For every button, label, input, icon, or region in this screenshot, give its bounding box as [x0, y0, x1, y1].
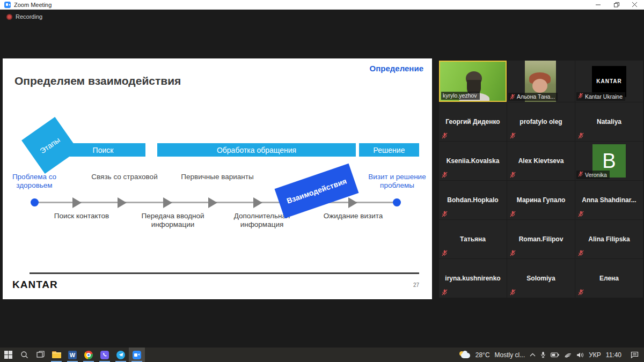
stage-bar-search: Поиск	[61, 143, 145, 157]
participant-tile[interactable]: Марина Гупало	[507, 181, 575, 219]
word-icon: W	[68, 351, 77, 359]
start-button[interactable]	[0, 348, 16, 362]
participant-tile[interactable]: Alina Filipska	[575, 220, 643, 258]
timeline-arrow-icon	[253, 197, 262, 208]
language-indicator[interactable]: УКР	[589, 351, 601, 359]
muted-mic-icon	[510, 211, 516, 217]
clock[interactable]: 11:40	[606, 351, 621, 359]
weather-condition[interactable]: Mostly cl...	[495, 351, 525, 359]
muted-mic-icon	[510, 250, 516, 256]
timeline-arrow-icon	[72, 197, 82, 208]
participant-tile[interactable]: B Veronika	[575, 142, 643, 180]
muted-mic-icon	[578, 93, 583, 100]
restore-button[interactable]	[608, 0, 626, 9]
telegram-icon	[116, 351, 125, 359]
recording-indicator: Recording	[6, 13, 42, 20]
window-titlebar: Zoom Meeting	[0, 0, 644, 10]
participant-tile[interactable]: Solomiya	[507, 259, 575, 298]
volume-tray-button[interactable]	[576, 352, 584, 358]
milestone-label: Проблема со здоровьем	[0, 173, 70, 190]
participant-name: profatylo oleg	[517, 118, 564, 125]
participant-tile[interactable]: Anna Shahdinar...	[575, 181, 643, 219]
microphone-icon	[540, 351, 546, 358]
window-title: Zoom Meeting	[14, 2, 52, 8]
task-view-button[interactable]	[32, 348, 48, 362]
minimize-button[interactable]	[589, 0, 608, 9]
muted-mic-icon	[442, 211, 448, 217]
kantar-logo: KANTAR	[12, 279, 58, 291]
muted-mic-icon	[578, 211, 584, 217]
participant-tile[interactable]: Альона Тана...	[507, 61, 575, 102]
participant-tile[interactable]: Kseniia.Kovalska	[439, 142, 507, 180]
tray-overflow-button[interactable]	[530, 353, 536, 357]
timeline-end-dot	[393, 198, 401, 206]
participant-name: Anna Shahdinar...	[580, 196, 638, 204]
chrome-button[interactable]	[80, 348, 97, 362]
weather-temperature[interactable]: 28°C	[475, 351, 490, 359]
minimize-icon	[596, 2, 601, 8]
search-icon	[20, 351, 28, 359]
action-center-button[interactable]	[631, 351, 639, 358]
zoom-taskbar-button[interactable]	[129, 348, 145, 362]
slide-footer-rule	[30, 272, 419, 274]
battery-tray-button[interactable]	[551, 352, 559, 358]
participant-tile[interactable]: iryna.kushnirenko	[439, 259, 507, 298]
interaction-rotated-box: Взаимодействия	[275, 164, 359, 218]
recording-label: Recording	[16, 13, 42, 20]
participant-name: Елена	[597, 275, 621, 282]
participant-name-label: Альона Тана...	[508, 93, 558, 101]
weather-cloud-icon	[459, 351, 471, 359]
shared-screen-slide: Определение Определяем взаимодействия Эт…	[3, 58, 432, 299]
muted-mic-icon	[442, 250, 448, 256]
muted-mic-icon	[578, 171, 583, 178]
muted-mic-icon	[442, 172, 448, 178]
microphone-tray-button[interactable]	[540, 351, 546, 358]
participant-tile[interactable]: Roman.Filipov	[507, 220, 575, 258]
viber-button[interactable]	[97, 348, 113, 362]
participant-tile[interactable]: KANTAR Kantar Ukraine	[575, 61, 643, 102]
zoom-logo-icon	[4, 2, 11, 8]
muted-mic-icon	[442, 132, 448, 139]
muted-mic-icon	[510, 132, 516, 139]
participant-name: Георгий Диденко	[443, 118, 502, 125]
participant-name: Nataliya	[595, 118, 624, 125]
battery-icon	[551, 352, 559, 358]
network-tray-button[interactable]	[564, 352, 572, 358]
file-explorer-icon	[52, 351, 61, 358]
telegram-button[interactable]	[113, 348, 129, 362]
participant-name-label: Veronika	[576, 171, 610, 179]
participant-tile[interactable]: profatylo oleg	[507, 102, 575, 141]
muted-mic-icon	[510, 94, 515, 100]
participant-tile[interactable]: kyrylo.yezhov	[439, 61, 507, 102]
video-silhouette	[532, 79, 547, 93]
muted-mic-icon	[578, 132, 584, 139]
participant-tile[interactable]: Alex Kievtseva	[507, 142, 575, 180]
participant-name: iryna.kushnirenko	[443, 275, 502, 282]
stage-bar-solution: Решение	[359, 143, 419, 157]
timeline-arrow-icon	[163, 197, 172, 208]
muted-mic-icon	[442, 289, 448, 295]
weather-button[interactable]	[459, 351, 471, 359]
task-view-icon	[36, 351, 45, 359]
zoom-icon	[133, 351, 141, 359]
file-explorer-button[interactable]	[48, 348, 64, 362]
participant-tile[interactable]: Георгий Диденко	[439, 102, 507, 141]
muted-mic-icon	[578, 250, 584, 256]
wifi-icon	[564, 352, 572, 358]
close-icon	[632, 2, 638, 8]
milestone-label: Первичные варианты	[174, 173, 260, 181]
participant-name-label: Kantar Ukraine	[576, 92, 625, 101]
participant-tile[interactable]: Bohdan.Hopkalo	[439, 181, 507, 219]
close-button[interactable]	[626, 0, 644, 9]
participant-tile[interactable]: Елена	[575, 259, 643, 298]
participant-tile[interactable]: Татьяна	[439, 220, 507, 258]
recording-icon	[6, 14, 12, 20]
participants-grid: kyrylo.yezhov Альона Тана... KANTAR Kant…	[439, 61, 643, 298]
viber-icon	[100, 351, 109, 359]
zoom-meeting-window: Zoom Meeting Recording Определение Опред…	[0, 0, 644, 362]
word-button[interactable]: W	[64, 348, 80, 362]
search-button[interactable]	[16, 348, 32, 362]
participant-tile[interactable]: Nataliya	[575, 102, 643, 141]
slide-page-number: 27	[413, 282, 419, 288]
slide-section-tag: Определение	[370, 64, 423, 73]
